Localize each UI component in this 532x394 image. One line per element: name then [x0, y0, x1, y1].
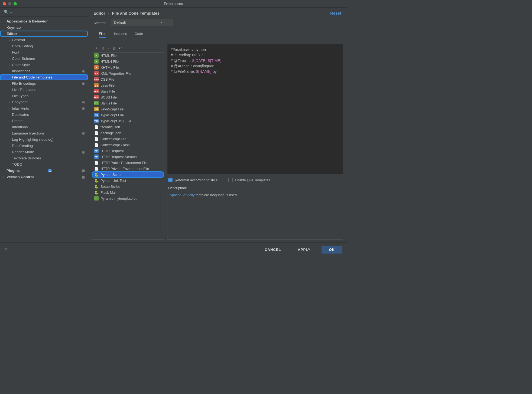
copy-template-icon[interactable]: ⧉ — [113, 46, 115, 51]
template-item[interactable]: 📄HTTP Public Environment File — [92, 160, 164, 166]
template-item[interactable]: <>XML Properties File — [92, 70, 164, 76]
template-item[interactable]: HHTML4 File — [92, 58, 164, 64]
scheme-select[interactable]: Default ▼ — [111, 19, 173, 26]
close-window-button[interactable] — [3, 2, 6, 5]
file-type-icon: 🐍 — [94, 184, 99, 189]
file-type-icon: 📄 — [94, 131, 99, 135]
template-item[interactable]: TSXTypeScript JSX File — [92, 118, 164, 124]
search-box[interactable]: 🔍 ⌄ — [0, 8, 88, 17]
sidebar-item[interactable]: Duplicates — [0, 111, 88, 118]
template-toolbar: ＋ ⎗ − ⧉ ↶ — [92, 44, 164, 52]
live-templates-checkbox[interactable]: Enable Live Templates — [228, 178, 270, 182]
template-item[interactable]: {L}Less File — [92, 82, 164, 88]
sidebar-item[interactable]: ›Color Scheme — [0, 55, 88, 62]
sidebar-item[interactable]: Plugins1▣ — [0, 168, 88, 174]
template-item[interactable]: APIHTTP Request — [92, 148, 164, 154]
sidebar-item[interactable]: ›Version Control▣ — [0, 174, 88, 180]
template-item[interactable]: 📄HTTP Private Environment File — [92, 166, 164, 172]
file-type-icon: H — [94, 59, 99, 64]
template-item[interactable]: APIHTTP Request Scratch — [92, 154, 164, 160]
sidebar-item[interactable]: Code Editing — [0, 43, 88, 49]
cancel-button[interactable]: CANCEL — [259, 246, 287, 254]
template-label: Python Script — [100, 173, 121, 177]
chevron-icon: › — [7, 119, 11, 123]
sidebar-item-label: Font — [12, 50, 19, 54]
template-code-editor[interactable]: #!/usr/bin/env python # -*- coding: utf-… — [167, 44, 343, 174]
sidebar-item[interactable]: ›General — [0, 37, 88, 43]
template-item[interactable]: 🐍Flask Main — [92, 189, 164, 195]
sidebar-item[interactable]: Intentions — [0, 124, 88, 130]
template-label: XML Properties File — [100, 71, 131, 75]
sidebar-item[interactable]: TextMate Bundles — [0, 155, 88, 161]
ok-button[interactable]: OK — [322, 246, 343, 254]
sidebar-item-label: Emmet — [12, 119, 24, 123]
reset-link[interactable]: Reset — [330, 11, 341, 15]
sidebar-item-label: Color Scheme — [12, 57, 35, 61]
chevron-down-icon: ▼ — [160, 21, 163, 24]
template-item[interactable]: HXHTML File — [92, 64, 164, 70]
revert-template-icon[interactable]: ↶ — [119, 46, 122, 50]
file-type-icon: <> — [94, 71, 99, 75]
template-item[interactable]: 📄CoffeeScript File — [92, 136, 164, 142]
template-item[interactable]: 🐍Python Script — [92, 172, 164, 178]
template-item[interactable]: STYLStylus File — [92, 100, 164, 106]
add-template-icon[interactable]: ＋ — [95, 46, 99, 51]
sidebar-item[interactable]: File Types — [0, 93, 88, 99]
apache-velocity-link[interactable]: Apache Velocity — [170, 193, 195, 197]
sidebar-item[interactable]: TODO — [0, 161, 88, 168]
sidebar-item[interactable]: File Encodings▣ — [0, 80, 88, 87]
file-type-icon: 🐍 — [94, 172, 99, 177]
sidebar-item-label: Inlay Hints — [12, 106, 29, 110]
minimize-window-button[interactable] — [8, 2, 11, 5]
file-type-icon: {L} — [94, 83, 99, 87]
tab-code[interactable]: Code — [135, 30, 143, 38]
description-label: Description: — [167, 184, 343, 191]
sidebar-item[interactable]: Font — [0, 49, 88, 55]
sidebar-item[interactable]: ›Appearance & Behavior — [0, 18, 88, 24]
sidebar-item[interactable]: ›Code Style — [0, 62, 88, 68]
sidebar-item[interactable]: ⌄Editor — [0, 31, 88, 37]
sidebar-item[interactable]: ›Emmet — [0, 118, 88, 124]
file-type-icon: 🐍 — [94, 190, 99, 195]
help-icon[interactable]: ? — [4, 247, 7, 252]
template-item[interactable]: 📄tsconfig.json — [92, 124, 164, 130]
remove-template-icon[interactable]: − — [107, 46, 109, 50]
tab-includes[interactable]: Includes — [114, 30, 127, 38]
add-child-template-icon[interactable]: ⎗ — [102, 46, 104, 50]
template-label: TypeScript JSX File — [100, 119, 131, 123]
sidebar-item[interactable]: ›Proofreading — [0, 143, 88, 149]
template-label: HTTP Public Environment File — [100, 161, 148, 165]
template-item[interactable]: HHTML File — [92, 52, 164, 58]
sidebar-item[interactable]: Live Templates — [0, 87, 88, 93]
template-item[interactable]: CSSCSS File — [92, 76, 164, 82]
sidebar-item[interactable]: ›Inlay Hints▣ — [0, 105, 88, 111]
window-title: Preferences — [164, 2, 183, 6]
sidebar-item[interactable]: Log Highlighting (Ideolog) — [0, 136, 88, 143]
template-item[interactable]: 🐍Python Unit Test — [92, 178, 164, 183]
sidebar-item-label: Code Editing — [12, 44, 33, 48]
sidebar-item-label: Copyright — [12, 100, 28, 104]
tab-files[interactable]: Files — [99, 30, 106, 38]
apply-button[interactable]: APPLY — [292, 246, 316, 254]
maximize-window-button[interactable] — [14, 2, 17, 5]
sidebar-item-label: File and Code Templates — [12, 75, 52, 79]
template-item[interactable]: 📄package.json — [92, 130, 164, 136]
sidebar-item[interactable]: File and Code Templates — [0, 74, 88, 80]
file-type-icon: TS — [94, 113, 99, 117]
sidebar-item[interactable]: Language Injections▣ — [0, 130, 88, 136]
chevron-icon: › — [7, 144, 11, 147]
file-type-icon: 📄 — [94, 137, 99, 141]
reformat-checkbox[interactable]: Reformat according to style — [168, 178, 218, 182]
sidebar-item[interactable]: Keymap — [0, 24, 88, 31]
sidebar-item-label: Proofreading — [12, 144, 33, 148]
template-item[interactable]: JSJavaScript File — [92, 106, 164, 112]
sidebar-item[interactable]: ›Copyright▣ — [0, 99, 88, 105]
template-item[interactable]: TSTypeScript File — [92, 112, 164, 118]
template-item[interactable]: 📄CoffeeScript Class — [92, 142, 164, 148]
template-item[interactable]: 🐍Setup Script — [92, 183, 164, 189]
template-item[interactable]: SASSSass File — [92, 88, 164, 94]
template-item[interactable]: SASSSCSS File — [92, 94, 164, 100]
sidebar-item[interactable]: Inspections▣ — [0, 68, 88, 74]
sidebar-item[interactable]: Reader Mode▣ — [0, 149, 88, 155]
template-item[interactable]: CPyramid mytemplate pt — [92, 195, 164, 201]
